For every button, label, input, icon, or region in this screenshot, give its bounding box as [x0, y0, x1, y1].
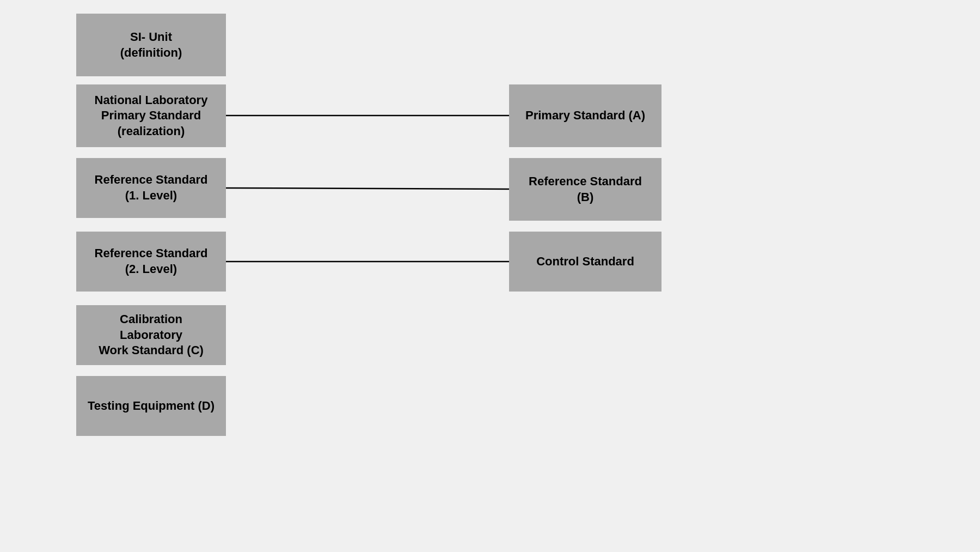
reference-standard-2-box: Reference Standard(2. Level) [76, 232, 226, 292]
si-unit-box: SI- Unit(definition) [76, 14, 226, 76]
reference-standard-1-label: Reference Standard(1. Level) [95, 172, 208, 203]
primary-standard-box: Primary Standard (A) [509, 84, 661, 147]
reference-standard-b-label: Reference Standard(B) [529, 174, 642, 205]
reference-standard-2-label: Reference Standard(2. Level) [95, 246, 208, 277]
svg-line-1 [226, 188, 509, 189]
reference-standard-1-box: Reference Standard(1. Level) [76, 158, 226, 218]
diagram-container: SI- Unit(definition) National Laboratory… [0, 0, 980, 552]
si-unit-label: SI- Unit(definition) [120, 29, 182, 60]
calibration-lab-label: Calibration LaboratoryWork Standard (C) [87, 312, 215, 359]
testing-equipment-box: Testing Equipment (D) [76, 376, 226, 436]
primary-standard-label: Primary Standard (A) [525, 108, 645, 124]
control-standard-box: Control Standard [509, 232, 661, 292]
national-lab-label: National LaboratoryPrimary Standard(real… [95, 93, 208, 139]
control-standard-label: Control Standard [536, 254, 634, 270]
reference-standard-b-box: Reference Standard(B) [509, 158, 661, 221]
testing-equipment-label: Testing Equipment (D) [88, 398, 215, 414]
calibration-lab-box: Calibration LaboratoryWork Standard (C) [76, 305, 226, 365]
national-lab-box: National LaboratoryPrimary Standard(real… [76, 84, 226, 147]
